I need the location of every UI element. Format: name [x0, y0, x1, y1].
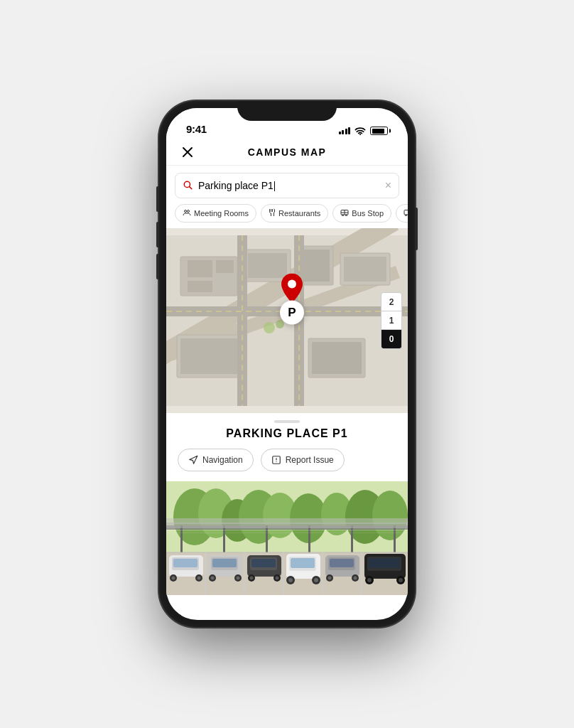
- app-header: CAMPUS MAP: [166, 139, 408, 166]
- zoom-level-0[interactable]: 0: [381, 330, 401, 348]
- svg-rect-75: [173, 559, 197, 567]
- svg-line-4: [190, 186, 192, 188]
- report-icon: [271, 455, 281, 465]
- navigation-button[interactable]: Navigation: [178, 449, 254, 471]
- zoom-level-1[interactable]: 1: [381, 311, 401, 330]
- svg-point-107: [354, 577, 357, 580]
- svg-point-100: [314, 578, 318, 582]
- svg-point-6: [188, 210, 190, 213]
- place-title: PARKING PLACE P1: [166, 427, 408, 449]
- bus-stop-icon: [340, 209, 349, 218]
- wifi-icon: [354, 127, 366, 135]
- chip-meeting-rooms-label: Meeting Rooms: [194, 209, 249, 218]
- svg-point-112: [367, 578, 372, 582]
- restaurants-icon: [269, 208, 276, 218]
- parking-image: [166, 481, 408, 595]
- report-issue-button[interactable]: Report Issue: [261, 449, 345, 471]
- more-icon: [404, 209, 408, 218]
- map-pin: P: [280, 274, 304, 325]
- svg-rect-82: [212, 559, 237, 567]
- zoom-level-2[interactable]: 2: [381, 293, 401, 311]
- filter-chips: Meeting Rooms Restaurants: [166, 204, 408, 228]
- map-area[interactable]: P 2 1 0: [166, 228, 408, 413]
- navigation-icon: [188, 455, 198, 465]
- svg-rect-103: [330, 559, 354, 567]
- svg-point-40: [264, 322, 275, 333]
- svg-point-77: [172, 577, 175, 580]
- svg-point-15: [406, 215, 407, 216]
- svg-point-0: [359, 134, 361, 135]
- svg-point-79: [197, 577, 201, 580]
- svg-point-11: [346, 215, 347, 216]
- sheet-handle-area: [166, 413, 408, 427]
- svg-rect-29: [344, 257, 386, 282]
- phone-frame: 9:41: [159, 101, 415, 627]
- navigation-label: Navigation: [202, 455, 243, 465]
- search-clear-button[interactable]: ×: [385, 179, 391, 192]
- pin-label: P: [280, 301, 304, 325]
- zoom-controls: 2 1 0: [381, 292, 402, 349]
- svg-rect-116: [166, 532, 408, 533]
- search-bar[interactable]: Parking place P1 ×: [175, 173, 399, 198]
- svg-rect-115: [166, 530, 408, 531]
- svg-point-93: [276, 577, 279, 580]
- status-time: 9:41: [186, 123, 207, 135]
- close-button[interactable]: [178, 142, 197, 162]
- sheet-handle: [274, 420, 300, 423]
- header-title: CAMPUS MAP: [248, 146, 327, 158]
- chip-restaurants-label: Restaurants: [278, 209, 320, 218]
- svg-rect-27: [301, 250, 330, 282]
- svg-rect-21: [188, 260, 212, 277]
- svg-rect-65: [166, 518, 408, 524]
- svg-rect-22: [216, 260, 234, 273]
- notch: [237, 101, 337, 121]
- svg-point-114: [399, 578, 403, 582]
- svg-point-105: [328, 577, 332, 580]
- chip-restaurants[interactable]: Restaurants: [261, 204, 328, 223]
- svg-marker-43: [190, 456, 197, 464]
- chip-bus-stop-label: Bus Stop: [352, 209, 384, 218]
- search-query: Parking place P1: [198, 180, 385, 191]
- svg-point-84: [211, 577, 215, 580]
- svg-point-98: [288, 578, 293, 582]
- bottom-sheet: PARKING PLACE P1 Navigation: [166, 413, 408, 481]
- svg-rect-110: [369, 558, 400, 568]
- chip-more[interactable]: [396, 204, 408, 223]
- search-container: Parking place P1 ×: [166, 166, 408, 204]
- svg-rect-89: [251, 559, 276, 567]
- svg-point-42: [288, 280, 296, 289]
- svg-rect-14: [404, 210, 408, 215]
- meeting-rooms-icon: [183, 209, 191, 218]
- svg-point-5: [185, 210, 187, 213]
- status-icons: [339, 127, 389, 135]
- svg-rect-96: [291, 558, 315, 568]
- chip-meeting-rooms[interactable]: Meeting Rooms: [175, 204, 256, 223]
- app-content: CAMPUS MAP Parking place P1 ×: [166, 139, 408, 620]
- signal-icon: [339, 127, 351, 134]
- svg-point-86: [237, 577, 240, 580]
- chip-bus-stop[interactable]: Bus Stop: [332, 204, 391, 223]
- phone-screen: 9:41: [166, 108, 408, 620]
- report-issue-label: Report Issue: [286, 455, 334, 465]
- svg-rect-33: [312, 342, 362, 374]
- svg-point-91: [250, 577, 254, 580]
- search-icon: [183, 180, 193, 192]
- battery-icon: [370, 127, 388, 135]
- svg-rect-23: [188, 281, 212, 292]
- action-buttons: Navigation Report Issue: [166, 449, 408, 481]
- svg-rect-31: [180, 338, 237, 374]
- svg-point-10: [342, 215, 344, 216]
